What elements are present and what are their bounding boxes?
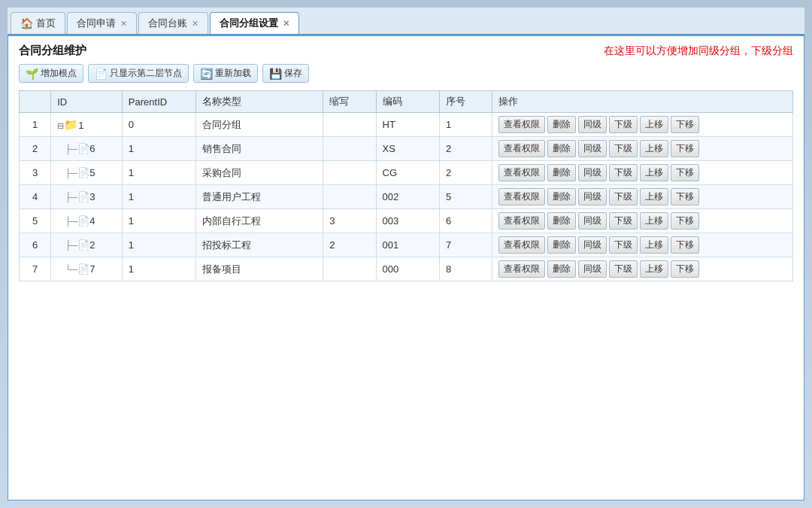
cell-actions: 查看权限删除同级下级上移下移 <box>492 161 793 185</box>
cell-name: 报备项目 <box>196 257 323 281</box>
tab-contract-apply[interactable]: 合同申请 ✕ <box>67 12 137 34</box>
cell-parent-id: 1 <box>122 233 196 257</box>
delete-button[interactable]: 删除 <box>547 116 576 133</box>
delete-button[interactable]: 删除 <box>547 164 576 181</box>
table-row: 6├─📄21招投标工程20017查看权限删除同级下级上移下移 <box>20 233 793 257</box>
table-row: 1⊟📁10合同分组HT1查看权限删除同级下级上移下移 <box>20 113 793 137</box>
same-level-button[interactable]: 同级 <box>578 260 607 278</box>
view-perm-button[interactable]: 查看权限 <box>498 116 545 133</box>
move-down-button[interactable]: 下移 <box>671 188 699 205</box>
cell-seq: 8 <box>439 257 492 281</box>
view-perm-button[interactable]: 查看权限 <box>498 188 545 205</box>
move-up-button[interactable]: 上移 <box>640 140 668 157</box>
same-level-button[interactable]: 同级 <box>578 212 607 230</box>
col-header-parent: ParentID <box>122 91 196 113</box>
delete-button[interactable]: 删除 <box>547 212 576 230</box>
doc-icon: 📄 <box>77 239 89 251</box>
move-up-button[interactable]: 上移 <box>640 188 668 205</box>
table-row: 7└─📄71报备项目0008查看权限删除同级下级上移下移 <box>20 257 793 281</box>
sub-level-button[interactable]: 下级 <box>609 212 638 230</box>
table-row: 4├─📄31普通用户工程0025查看权限删除同级下级上移下移 <box>20 185 793 209</box>
move-up-button[interactable]: 上移 <box>640 260 668 278</box>
move-down-button[interactable]: 下移 <box>671 116 699 133</box>
cell-actions: 查看权限删除同级下级上移下移 <box>492 233 793 257</box>
move-up-button[interactable]: 上移 <box>640 164 668 181</box>
cell-parent-id: 1 <box>122 137 196 161</box>
view-perm-button[interactable]: 查看权限 <box>498 236 545 254</box>
sub-level-button[interactable]: 下级 <box>609 116 638 133</box>
sub-level-button[interactable]: 下级 <box>609 164 638 181</box>
col-header-code: 编码 <box>376 91 439 113</box>
save-button[interactable]: 💾 保存 <box>262 64 309 83</box>
cell-seq: 1 <box>439 113 492 137</box>
cell-name: 普通用户工程 <box>196 185 323 209</box>
tab-contract-account[interactable]: 合同台账 ✕ <box>138 12 208 34</box>
tab-home[interactable]: 🏠 首页 <box>11 12 65 34</box>
sub-level-button[interactable]: 下级 <box>609 236 638 254</box>
table-row: 3├─📄51采购合同CG2查看权限删除同级下级上移下移 <box>20 161 793 185</box>
main-content: 合同分组维护 在这里可以方便增加同级分组，下级分组 🌱 增加根点 📄 只显示第二… <box>8 35 804 500</box>
move-down-button[interactable]: 下移 <box>671 212 699 230</box>
move-down-button[interactable]: 下移 <box>671 236 699 254</box>
same-level-button[interactable]: 同级 <box>578 188 607 205</box>
col-header-num <box>20 91 51 113</box>
move-up-button[interactable]: 上移 <box>640 236 668 254</box>
delete-button[interactable]: 删除 <box>547 260 576 278</box>
same-level-button[interactable]: 同级 <box>578 140 607 157</box>
view-perm-button[interactable]: 查看权限 <box>498 260 545 278</box>
cell-parent-id: 1 <box>122 257 196 281</box>
cell-abbr: 3 <box>323 209 376 233</box>
cell-parent-id: 1 <box>122 209 196 233</box>
tab-contract-group-close[interactable]: ✕ <box>283 19 289 29</box>
tab-contract-account-close[interactable]: ✕ <box>192 19 198 29</box>
tab-contract-apply-close[interactable]: ✕ <box>120 19 127 29</box>
reload-label: 重新加载 <box>215 67 251 80</box>
same-level-button[interactable]: 同级 <box>578 116 607 133</box>
view-perm-button[interactable]: 查看权限 <box>498 140 545 157</box>
cell-id: ├─📄3 <box>51 185 123 209</box>
move-down-button[interactable]: 下移 <box>671 140 699 157</box>
delete-button[interactable]: 删除 <box>547 236 576 254</box>
col-header-seq: 序号 <box>439 91 492 113</box>
sub-level-button[interactable]: 下级 <box>609 188 638 205</box>
doc-icon: 📄 <box>77 215 89 227</box>
move-up-button[interactable]: 上移 <box>640 212 668 230</box>
same-level-button[interactable]: 同级 <box>578 164 607 181</box>
reload-button[interactable]: 🔄 重新加载 <box>193 64 258 83</box>
toolbar: 🌱 增加根点 📄 只显示第二层节点 🔄 重新加载 💾 保存 <box>19 64 793 83</box>
expand-icon[interactable]: ⊟ <box>57 121 64 130</box>
cell-code: XS <box>376 137 439 161</box>
tab-contract-group[interactable]: 合同分组设置 ✕ <box>210 12 299 34</box>
add-root-button[interactable]: 🌱 增加根点 <box>19 64 83 83</box>
save-icon: 💾 <box>269 68 282 80</box>
cell-actions: 查看权限删除同级下级上移下移 <box>492 113 793 137</box>
action-buttons-group: 查看权限删除同级下级上移下移 <box>498 236 786 254</box>
same-level-button[interactable]: 同级 <box>578 236 607 254</box>
tab-contract-group-label: 合同分组设置 <box>220 17 278 30</box>
id-value: 1 <box>78 120 83 131</box>
view-perm-button[interactable]: 查看权限 <box>498 212 545 230</box>
delete-button[interactable]: 删除 <box>547 140 576 157</box>
cell-code: 001 <box>376 233 439 257</box>
cell-id: ├─📄2 <box>51 233 123 257</box>
delete-button[interactable]: 删除 <box>547 188 576 205</box>
data-table: ID ParentID 名称类型 缩写 编码 序号 操作 1⊟📁10合同分组HT… <box>19 90 793 281</box>
move-down-button[interactable]: 下移 <box>671 260 699 278</box>
sub-level-button[interactable]: 下级 <box>609 260 638 278</box>
cell-seq: 5 <box>439 185 492 209</box>
reload-icon: 🔄 <box>200 68 213 80</box>
show-level2-button[interactable]: 📄 只显示第二层节点 <box>88 64 189 83</box>
cell-actions: 查看权限删除同级下级上移下移 <box>492 137 793 161</box>
cell-row-num: 4 <box>20 185 51 209</box>
tab-contract-account-label: 合同台账 <box>148 17 187 30</box>
move-down-button[interactable]: 下移 <box>671 164 699 181</box>
page-header: 合同分组维护 在这里可以方便增加同级分组，下级分组 <box>19 44 793 58</box>
view-perm-button[interactable]: 查看权限 <box>498 164 545 181</box>
table-header-row: ID ParentID 名称类型 缩写 编码 序号 操作 <box>20 91 793 113</box>
move-up-button[interactable]: 上移 <box>640 116 668 133</box>
cell-seq: 2 <box>439 161 492 185</box>
action-buttons-group: 查看权限删除同级下级上移下移 <box>498 188 786 205</box>
tree-branch-icon: ├─ <box>65 144 77 154</box>
tab-contract-apply-label: 合同申请 <box>77 17 116 30</box>
sub-level-button[interactable]: 下级 <box>609 140 638 157</box>
